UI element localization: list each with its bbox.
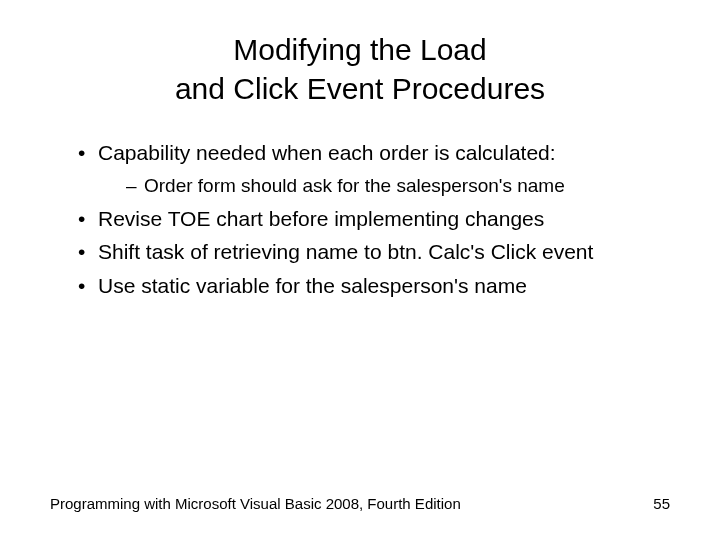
sub-list-item: Order form should ask for the salesperso… bbox=[126, 173, 670, 200]
bullet-text: Revise TOE chart before implementing cha… bbox=[98, 207, 544, 230]
footer-text: Programming with Microsoft Visual Basic … bbox=[50, 495, 461, 512]
list-item: Capability needed when each order is cal… bbox=[78, 138, 670, 200]
bullet-text: Shift task of retrieving name to btn. Ca… bbox=[98, 240, 593, 263]
title-line-2: and Click Event Procedures bbox=[175, 72, 545, 105]
bullet-text: Use static variable for the salesperson'… bbox=[98, 274, 527, 297]
bullet-list: Capability needed when each order is cal… bbox=[50, 138, 670, 300]
list-item: Shift task of retrieving name to btn. Ca… bbox=[78, 237, 670, 266]
sub-bullet-list: Order form should ask for the salesperso… bbox=[98, 173, 670, 200]
list-item: Revise TOE chart before implementing cha… bbox=[78, 204, 670, 233]
page-number: 55 bbox=[653, 495, 670, 512]
title-line-1: Modifying the Load bbox=[233, 33, 487, 66]
slide-content: Capability needed when each order is cal… bbox=[50, 138, 670, 300]
bullet-text: Capability needed when each order is cal… bbox=[98, 141, 556, 164]
list-item: Use static variable for the salesperson'… bbox=[78, 271, 670, 300]
slide-footer: Programming with Microsoft Visual Basic … bbox=[50, 495, 670, 512]
slide-title: Modifying the Load and Click Event Proce… bbox=[50, 30, 670, 108]
sub-bullet-text: Order form should ask for the salesperso… bbox=[144, 175, 565, 196]
